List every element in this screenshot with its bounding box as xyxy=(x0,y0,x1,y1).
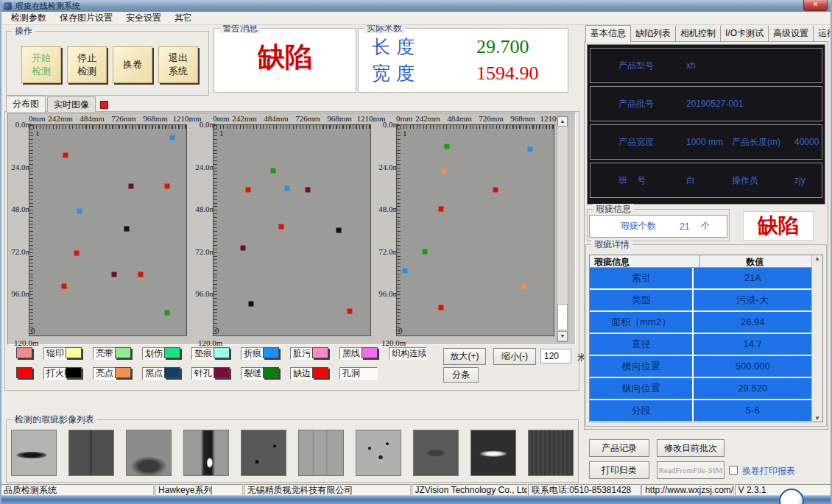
scroll-thumb[interactable] xyxy=(557,304,568,330)
defect-detail-row[interactable]: 分段5-6 xyxy=(590,400,811,421)
product-record-button[interactable]: 产品记录 xyxy=(589,439,649,457)
plot-vertical-scrollbar[interactable]: ▲▼ xyxy=(557,116,568,342)
tab-distribution[interactable]: 分布图 xyxy=(6,96,46,113)
defect-count-box: 瑕疵个数 21 个 xyxy=(589,215,727,238)
defect-detail-row[interactable]: 纵向位置29.520 xyxy=(590,378,811,399)
defect-thumbnail[interactable] xyxy=(126,430,172,476)
scroll-down-button[interactable]: ▼ xyxy=(557,331,568,341)
scroll-down-icon[interactable]: ▼ xyxy=(812,415,822,422)
defect-detail-row[interactable]: 直径14.7 xyxy=(590,334,811,355)
defect-point xyxy=(129,184,134,189)
defect-detail-row[interactable]: 类型污渍-大 xyxy=(590,290,811,310)
defect-thumbnail[interactable] xyxy=(413,430,459,476)
scroll-up-button[interactable]: ▲ xyxy=(557,116,568,127)
defect-thumbnail[interactable] xyxy=(241,430,286,476)
field-label: 班 号 xyxy=(618,174,686,187)
split-button[interactable]: 分条 xyxy=(443,367,479,383)
status-cell: 无锡精质视觉科技有限公司 xyxy=(244,484,411,496)
operation-button[interactable]: 退出 系统 xyxy=(158,46,198,83)
field-value: 40000 xyxy=(794,137,819,147)
y-tick-label: 120.0m xyxy=(198,338,226,347)
zoom-out-button[interactable]: 缩小(-) xyxy=(493,348,536,365)
zoom-in-button[interactable]: 放大(+) xyxy=(443,348,486,365)
field-value: 白 xyxy=(686,174,716,187)
defect-detail-row[interactable]: 面积（mm2）26.94 xyxy=(590,312,811,333)
defect-point xyxy=(521,284,526,289)
defect-thumbnail[interactable] xyxy=(470,430,516,476)
right-tab-1[interactable]: 缺陷列表 xyxy=(631,26,676,41)
menu-bar: 检测参数保存图片设置安全设置其它 xyxy=(0,12,832,25)
defect-point xyxy=(241,245,246,250)
read-from-file-button: ReadFromFile-SIM xyxy=(657,461,725,479)
left-tab-strip: 分布图实时图像 xyxy=(6,98,108,112)
legend-swatch xyxy=(263,347,279,358)
status-cell: Hawkeye系列 xyxy=(155,484,242,496)
defect-images-group: 检测的瑕疵影像列表 xyxy=(6,419,579,483)
print-sort-button[interactable]: 打印归类 xyxy=(589,461,649,479)
defect-thumbnail[interactable] xyxy=(298,430,344,476)
reprint-checkbox[interactable] xyxy=(729,466,738,475)
y-axis-ticks xyxy=(214,125,217,336)
application-window: 瑕疵在线检测系统 ✕ 检测参数保存图片设置安全设置其它 操作 开始 检测停止 检… xyxy=(0,0,832,504)
menu-item[interactable]: 保存图片设置 xyxy=(53,11,119,25)
defect-table-scrollbar[interactable]: ▲ ▼ xyxy=(811,255,822,422)
defect-point xyxy=(423,249,428,254)
defect-thumbnail[interactable] xyxy=(528,430,574,476)
right-tab-5[interactable]: 运行状态信息 xyxy=(814,26,832,41)
y-tick-label: 48.0m xyxy=(188,205,216,213)
right-tab-0[interactable]: 基本信息 xyxy=(585,25,631,42)
x-tick-label: 484mm xyxy=(447,114,472,123)
operation-button[interactable]: 换卷 xyxy=(113,46,152,83)
detail-field-value: 26.94 xyxy=(694,312,811,333)
legend-swatch xyxy=(164,367,180,378)
x-tick-label: 968mm xyxy=(327,114,352,123)
defect-point xyxy=(63,152,68,157)
y-tick-label: 48.0m xyxy=(4,205,32,213)
menu-item[interactable]: 检测参数 xyxy=(4,11,53,25)
defect-detail-row[interactable]: 索引21A xyxy=(590,268,811,288)
defect-detail-row[interactable]: 横向位置500.000 xyxy=(590,356,811,377)
right-tab-4[interactable]: 高级设置 xyxy=(769,26,814,41)
y-tick-label: 72.0m xyxy=(4,247,32,256)
legend-swatch xyxy=(164,347,180,358)
close-button[interactable]: ✕ xyxy=(803,0,828,11)
defect-point xyxy=(165,184,170,189)
defect-point xyxy=(336,228,342,233)
defect-thumbnail[interactable] xyxy=(11,430,57,476)
detail-field-value: 29.520 xyxy=(694,378,811,399)
detail-field-value: 5-6 xyxy=(694,400,811,421)
defect-point xyxy=(528,147,533,152)
legend-label: 孔洞 xyxy=(339,367,378,380)
defect-summary-title: 瑕疵信息 xyxy=(593,204,634,214)
right-tab-2[interactable]: 相机控制 xyxy=(676,26,721,41)
reprint-checkbox-label: 换卷打印报表 xyxy=(742,465,795,478)
meter-label: 宽度 xyxy=(372,61,453,85)
right-tab-3[interactable]: I/O卡测试 xyxy=(721,26,769,41)
product-info-row: 产品型号xh xyxy=(590,48,822,83)
scroll-up-icon[interactable]: ▲ xyxy=(812,255,822,262)
tab-live-image[interactable]: 实时图像 xyxy=(47,96,96,112)
segment-marker: 1 xyxy=(219,129,224,138)
meters-group: 实际米数 长度29.700宽度1594.90 xyxy=(358,28,568,93)
menu-item[interactable]: 其它 xyxy=(168,11,199,25)
legend-swatch xyxy=(362,347,378,358)
defect-thumbnail[interactable] xyxy=(183,430,229,476)
defect-point xyxy=(402,268,407,273)
range-input[interactable]: 120 xyxy=(540,349,571,363)
app-icon xyxy=(4,2,12,10)
field-value: 20190527-001 xyxy=(686,99,716,109)
detail-field-value: 500.000 xyxy=(694,356,811,377)
menu-item[interactable]: 安全设置 xyxy=(119,11,168,25)
status-cell: 品质检测系统 xyxy=(0,484,154,496)
defect-thumbnail[interactable] xyxy=(68,430,114,476)
y-tick-label: 48.0m xyxy=(371,205,399,213)
title-bar[interactable]: 瑕疵在线检测系统 ✕ xyxy=(0,0,832,12)
modify-batch-button[interactable]: 修改目前批次 xyxy=(657,439,725,457)
defect-point xyxy=(138,271,144,277)
operation-button[interactable]: 停止 检测 xyxy=(67,46,107,83)
operation-button[interactable]: 开始 检测 xyxy=(21,46,61,83)
operation-group: 操作 开始 检测停止 检测换卷退出 系统 xyxy=(6,31,209,96)
header-value-col: 数值 xyxy=(699,256,811,269)
x-axis-ticks xyxy=(29,125,186,129)
defect-thumbnail[interactable] xyxy=(356,430,401,476)
